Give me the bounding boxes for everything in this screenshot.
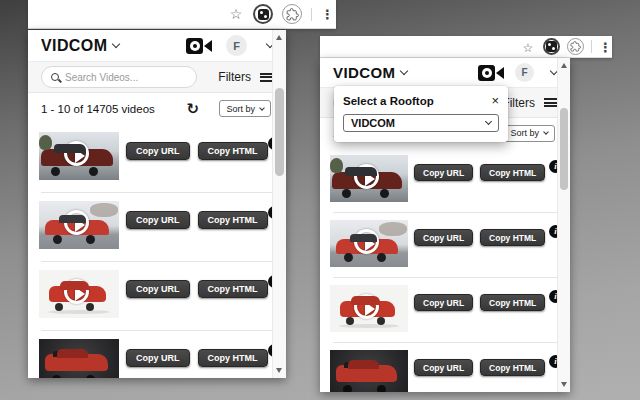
video-list-item: Copy URLCopy HTML [320,278,570,342]
copy-html-button[interactable]: Copy HTML [198,211,268,229]
search-icon [51,73,59,81]
toolbar-divider [311,8,312,21]
video-list-item: Copy URLCopy HTML [320,148,570,212]
scroll-down-arrow-icon[interactable] [561,382,567,387]
avatar[interactable]: F [226,35,247,56]
vidcom-popup-right: VIDCOM F Filters 1 - 10 of 14705 videos … [320,58,570,392]
copy-url-button[interactable]: Copy URL [414,164,473,181]
vidcom-popup-left: VIDCOM F Filters 1 - 10 of 14705 videos … [28,30,286,378]
video-thumbnail[interactable] [330,350,408,392]
header-actions: F [186,35,273,56]
close-icon[interactable]: × [491,95,499,106]
video-list-item: Copy URLCopy HTML [28,124,286,192]
video-thumbnail[interactable] [330,155,408,202]
play-button-icon[interactable] [354,164,379,189]
sort-by-select[interactable]: Sort by [219,100,271,117]
video-list: Copy URLCopy HTML Copy URLCopy HTML Copy… [320,148,570,392]
play-button-icon[interactable] [64,279,89,304]
video-list-item: Copy URLCopy HTML [320,213,570,277]
copy-url-button[interactable]: Copy URL [126,211,190,229]
menu-kebab-icon[interactable] [321,5,329,23]
extension-logo-icon [546,41,557,52]
header-actions: F [478,63,557,82]
copy-html-button[interactable]: Copy HTML [480,294,545,311]
play-button-icon[interactable] [354,294,379,319]
bookmark-star-icon[interactable] [228,5,244,23]
puzzle-piece-icon [570,41,581,52]
video-list-item: Copy URLCopy HTML [320,343,570,392]
video-list-item: Copy URLCopy HTML [28,193,286,261]
sort-by-select[interactable]: Sort by [503,125,555,142]
rooftop-select-value: VIDCOM [351,117,395,129]
play-button-icon[interactable] [64,210,89,235]
video-camera-icon[interactable] [478,65,504,81]
scroll-down-arrow-icon[interactable] [276,368,282,373]
brand-title[interactable]: VIDCOM [333,64,395,81]
copy-url-button[interactable]: Copy URL [414,229,473,246]
video-list: Copy URLCopy HTML Copy URLCopy HTML Copy… [28,124,286,378]
browser-toolbar-left [28,0,336,29]
sort-by-label: Sort by [510,128,539,138]
copy-html-button[interactable]: Copy HTML [480,164,545,181]
extension-logo-icon [258,9,269,20]
scroll-up-arrow-icon[interactable] [561,63,567,68]
chevron-down-icon [259,105,265,111]
hamburger-menu-icon[interactable] [544,98,557,107]
camera-body-icon [186,38,203,54]
menu-kebab-icon[interactable] [599,38,607,56]
extensions-puzzle-icon[interactable] [282,4,302,24]
camera-body-icon [478,65,495,81]
popup-header: VIDCOM F [320,58,570,88]
copy-url-button[interactable]: Copy URL [126,280,190,298]
video-thumbnail[interactable] [330,285,408,332]
modal-header: Select a Rooftop × [343,95,499,107]
video-list-item: Copy URLCopy HTML [28,331,286,378]
copy-html-button[interactable]: Copy HTML [480,359,545,376]
results-count: 1 - 10 of 14705 videos [41,103,155,115]
video-thumbnail[interactable] [39,270,119,318]
puzzle-piece-icon [286,8,299,21]
chevron-down-icon[interactable] [400,66,408,74]
chevron-down-icon[interactable] [112,39,120,47]
scroll-up-arrow-icon[interactable] [276,35,282,40]
search-row: Filters [28,62,286,93]
vidcom-extension-icon[interactable] [543,38,560,55]
refresh-icon[interactable] [185,100,201,118]
chevron-down-icon [485,117,492,124]
sort-by-label: Sort by [226,104,255,114]
play-button-icon[interactable] [354,229,379,254]
search-pill[interactable] [41,66,197,88]
scrollbar-thumb[interactable] [560,108,568,190]
browser-toolbar-right [320,36,612,58]
copy-url-button[interactable]: Copy URL [126,349,190,367]
rooftop-select[interactable]: VIDCOM [343,114,499,132]
copy-url-button[interactable]: Copy URL [126,142,190,160]
scrollbar[interactable] [272,30,286,378]
video-thumbnail[interactable] [39,132,119,180]
modal-title: Select a Rooftop [343,95,434,107]
copy-html-button[interactable]: Copy HTML [198,349,268,367]
results-row: 1 - 10 of 14705 videos Sort by [28,93,286,124]
video-thumbnail[interactable] [39,339,119,378]
avatar[interactable]: F [515,63,534,82]
copy-url-button[interactable]: Copy URL [414,359,473,376]
copy-html-button[interactable]: Copy HTML [198,142,268,160]
copy-url-button[interactable]: Copy URL [414,294,473,311]
copy-html-button[interactable]: Copy HTML [480,229,545,246]
scrollbar[interactable] [557,58,570,392]
extensions-puzzle-icon[interactable] [567,38,584,55]
camera-lens-icon [496,67,504,79]
filters-button[interactable]: Filters [218,70,251,84]
bookmark-star-icon[interactable] [520,38,536,56]
copy-html-button[interactable]: Copy HTML [198,280,268,298]
search-input[interactable] [65,72,187,83]
vidcom-extension-icon[interactable] [253,4,273,24]
video-list-item: Copy URLCopy HTML [28,262,286,330]
play-button-icon[interactable] [64,141,89,166]
brand-title[interactable]: VIDCOM [41,37,107,55]
video-camera-icon[interactable] [186,38,212,54]
video-thumbnail[interactable] [330,220,408,267]
select-rooftop-modal: Select a Rooftop × VIDCOM [334,86,508,142]
scrollbar-thumb[interactable] [275,88,284,176]
video-thumbnail[interactable] [39,201,119,249]
